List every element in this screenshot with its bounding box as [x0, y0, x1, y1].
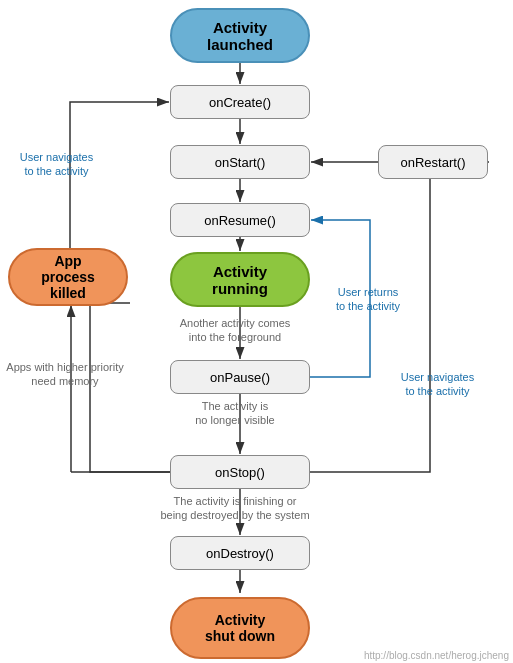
on-start-node: onStart(): [170, 145, 310, 179]
watermark: http://blog.csdn.net/herog.jcheng: [364, 650, 509, 661]
on-pause-label: onPause(): [210, 370, 270, 385]
on-restart-node: onRestart(): [378, 145, 488, 179]
diagram: Activitylaunched onCreate() onStart() on…: [0, 0, 513, 663]
on-resume-node: onResume(): [170, 203, 310, 237]
app-process-killed-node: App processkilled: [8, 248, 128, 306]
user-navigates-to-label: User navigatesto the activity: [4, 150, 109, 179]
on-create-label: onCreate(): [209, 95, 271, 110]
activity-shut-down-label: Activityshut down: [205, 612, 275, 644]
on-destroy-node: onDestroy(): [170, 536, 310, 570]
on-restart-label: onRestart(): [400, 155, 465, 170]
another-activity-label: Another activity comesinto the foregroun…: [160, 316, 310, 345]
on-start-label: onStart(): [215, 155, 266, 170]
app-process-killed-label: App processkilled: [30, 253, 106, 301]
user-navigates-to2-label: User navigatesto the activity: [380, 370, 495, 399]
activity-launched-label: Activitylaunched: [207, 19, 273, 53]
apps-higher-priority-label: Apps with higher priorityneed memory: [0, 360, 130, 389]
finishing-destroyed-label: The activity is finishing orbeing destro…: [150, 494, 320, 523]
activity-shut-down-node: Activityshut down: [170, 597, 310, 659]
no-longer-visible-label: The activity isno longer visible: [160, 399, 310, 428]
on-destroy-label: onDestroy(): [206, 546, 274, 561]
on-pause-node: onPause(): [170, 360, 310, 394]
on-stop-label: onStop(): [215, 465, 265, 480]
on-stop-node: onStop(): [170, 455, 310, 489]
activity-running-label: Activityrunning: [212, 263, 268, 297]
on-resume-label: onResume(): [204, 213, 276, 228]
on-create-node: onCreate(): [170, 85, 310, 119]
user-returns-label: User returnsto the activity: [318, 285, 418, 314]
activity-launched-node: Activitylaunched: [170, 8, 310, 63]
activity-running-node: Activityrunning: [170, 252, 310, 307]
